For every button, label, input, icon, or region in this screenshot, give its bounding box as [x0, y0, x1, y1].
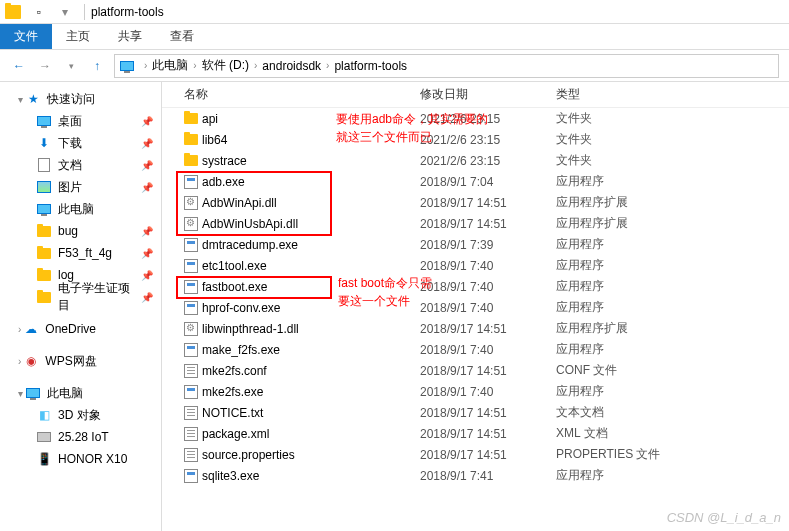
pin-icon: 📌	[141, 292, 153, 303]
sidebar-item[interactable]: 桌面📌	[0, 110, 161, 132]
file-row[interactable]: hprof-conv.exe2018/9/1 7:40应用程序	[162, 297, 789, 318]
crumb-2[interactable]: androidsdk	[260, 59, 323, 73]
file-row[interactable]: mke2fs.conf2018/9/17 14:51CONF 文件	[162, 360, 789, 381]
file-name: NOTICE.txt	[202, 406, 420, 420]
file-type: 文件夹	[556, 152, 686, 169]
sidebar-item[interactable]: bug📌	[0, 220, 161, 242]
sidebar-item[interactable]: 此电脑	[0, 198, 161, 220]
file-date: 2018/9/1 7:40	[420, 301, 556, 315]
file-icon	[184, 155, 202, 166]
file-name: AdbWinApi.dll	[202, 196, 420, 210]
breadcrumb[interactable]: › 此电脑› 软件 (D:)› androidsdk› platform-too…	[114, 54, 779, 78]
file-row[interactable]: adb.exe2018/9/1 7:04应用程序	[162, 171, 789, 192]
file-icon	[184, 280, 202, 294]
header-type[interactable]: 类型	[556, 86, 686, 103]
crumb-1[interactable]: 软件 (D:)	[200, 57, 251, 74]
file-date: 2018/9/17 14:51	[420, 196, 556, 210]
file-type: 应用程序	[556, 299, 686, 316]
tab-home[interactable]: 主页	[52, 24, 104, 49]
file-type: 应用程序	[556, 173, 686, 190]
file-icon	[184, 448, 202, 462]
qat-dropdown[interactable]: ▾	[56, 3, 74, 21]
sidebar-item[interactable]: 📱HONOR X10	[0, 448, 161, 470]
file-list[interactable]: 名称 修改日期 类型 api2021/2/6 23:15文件夹lib642021…	[162, 82, 789, 531]
sidebar-item[interactable]: ⬇下载📌	[0, 132, 161, 154]
file-name: make_f2fs.exe	[202, 343, 420, 357]
file-row[interactable]: sqlite3.exe2018/9/1 7:41应用程序	[162, 465, 789, 486]
file-date: 2018/9/1 7:39	[420, 238, 556, 252]
sidebar-item[interactable]: 文档📌	[0, 154, 161, 176]
file-name: adb.exe	[202, 175, 420, 189]
file-date: 2021/2/6 23:15	[420, 112, 556, 126]
nav-recent[interactable]: ▾	[58, 53, 84, 79]
file-row[interactable]: systrace2021/2/6 23:15文件夹	[162, 150, 789, 171]
crumb-0[interactable]: 此电脑	[150, 57, 190, 74]
tab-file[interactable]: 文件	[0, 24, 52, 49]
address-bar: ← → ▾ ↑ › 此电脑› 软件 (D:)› androidsdk› plat…	[0, 50, 789, 82]
file-type: 应用程序扩展	[556, 194, 686, 211]
file-icon	[184, 364, 202, 378]
crumb-3[interactable]: platform-tools	[332, 59, 409, 73]
file-type: 应用程序	[556, 257, 686, 274]
sidebar-item[interactable]: 电子学生证项目📌	[0, 286, 161, 308]
qat-button[interactable]: ▫	[30, 3, 48, 21]
sidebar-wps[interactable]: ›◉WPS网盘	[0, 350, 161, 372]
file-icon	[184, 238, 202, 252]
file-row[interactable]: etc1tool.exe2018/9/1 7:40应用程序	[162, 255, 789, 276]
file-name: mke2fs.conf	[202, 364, 420, 378]
pin-icon: 📌	[141, 116, 153, 127]
file-date: 2018/9/17 14:51	[420, 406, 556, 420]
sidebar-item[interactable]: 图片📌	[0, 176, 161, 198]
file-date: 2018/9/1 7:04	[420, 175, 556, 189]
file-type: XML 文档	[556, 425, 686, 442]
sidebar-item[interactable]: F53_ft_4g📌	[0, 242, 161, 264]
file-date: 2018/9/17 14:51	[420, 364, 556, 378]
file-name: package.xml	[202, 427, 420, 441]
file-row[interactable]: source.properties2018/9/17 14:51PROPERTI…	[162, 444, 789, 465]
header-name[interactable]: 名称	[184, 86, 420, 103]
file-row[interactable]: package.xml2018/9/17 14:51XML 文档	[162, 423, 789, 444]
sidebar-item[interactable]: 25.28 IoT	[0, 426, 161, 448]
titlebar: ▫ ▾ platform-tools	[0, 0, 789, 24]
file-date: 2018/9/1 7:40	[420, 280, 556, 294]
file-date: 2018/9/1 7:40	[420, 385, 556, 399]
file-row[interactable]: libwinpthread-1.dll2018/9/17 14:51应用程序扩展	[162, 318, 789, 339]
file-icon	[184, 427, 202, 441]
nav-up[interactable]: ↑	[84, 53, 110, 79]
file-date: 2018/9/1 7:41	[420, 469, 556, 483]
file-date: 2018/9/17 14:51	[420, 427, 556, 441]
file-row[interactable]: mke2fs.exe2018/9/1 7:40应用程序	[162, 381, 789, 402]
file-date: 2018/9/1 7:40	[420, 343, 556, 357]
file-name: sqlite3.exe	[202, 469, 420, 483]
file-row[interactable]: api2021/2/6 23:15文件夹	[162, 108, 789, 129]
sidebar-onedrive[interactable]: ›☁OneDrive	[0, 318, 161, 340]
file-date: 2021/2/6 23:15	[420, 154, 556, 168]
nav-back[interactable]: ←	[6, 53, 32, 79]
file-type: 应用程序	[556, 236, 686, 253]
file-row[interactable]: fastboot.exe2018/9/1 7:40应用程序	[162, 276, 789, 297]
pin-icon: 📌	[141, 248, 153, 259]
header-date[interactable]: 修改日期	[420, 86, 556, 103]
sidebar-item[interactable]: ◧3D 对象	[0, 404, 161, 426]
ribbon: 文件 主页 共享 查看	[0, 24, 789, 50]
tab-share[interactable]: 共享	[104, 24, 156, 49]
file-row[interactable]: AdbWinApi.dll2018/9/17 14:51应用程序扩展	[162, 192, 789, 213]
file-type: PROPERTIES 文件	[556, 446, 686, 463]
sidebar-quick-access[interactable]: ▾★快速访问	[0, 88, 161, 110]
file-type: 应用程序	[556, 383, 686, 400]
file-row[interactable]: AdbWinUsbApi.dll2018/9/17 14:51应用程序扩展	[162, 213, 789, 234]
file-name: source.properties	[202, 448, 420, 462]
file-row[interactable]: NOTICE.txt2018/9/17 14:51文本文档	[162, 402, 789, 423]
file-row[interactable]: dmtracedump.exe2018/9/1 7:39应用程序	[162, 234, 789, 255]
file-row[interactable]: lib642021/2/6 23:15文件夹	[162, 129, 789, 150]
nav-pane[interactable]: ▾★快速访问 桌面📌⬇下载📌文档📌图片📌此电脑bug📌F53_ft_4g📌log…	[0, 82, 162, 531]
file-row[interactable]: make_f2fs.exe2018/9/1 7:40应用程序	[162, 339, 789, 360]
nav-forward[interactable]: →	[32, 53, 58, 79]
file-icon	[184, 217, 202, 231]
file-name: systrace	[202, 154, 420, 168]
tab-view[interactable]: 查看	[156, 24, 208, 49]
file-type: 文件夹	[556, 110, 686, 127]
sidebar-thispc[interactable]: ▾此电脑	[0, 382, 161, 404]
column-headers[interactable]: 名称 修改日期 类型	[162, 82, 789, 108]
file-icon	[184, 469, 202, 483]
